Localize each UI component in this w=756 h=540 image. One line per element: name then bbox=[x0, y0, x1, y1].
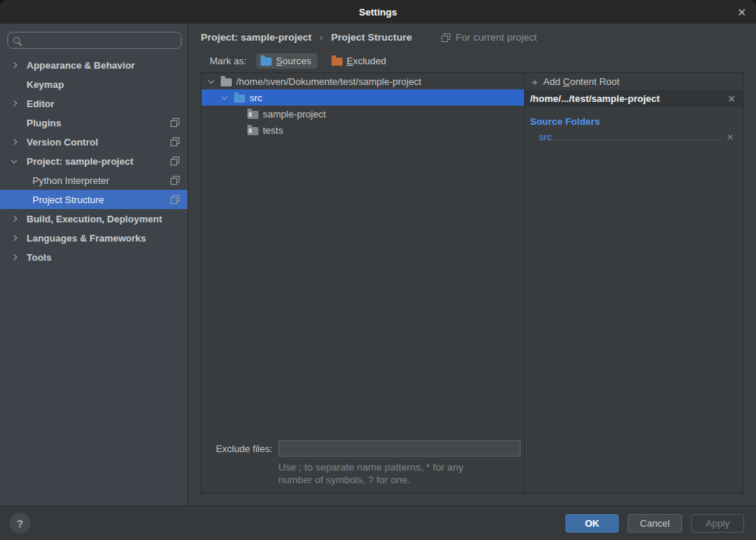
sidebar-item-plugins[interactable]: Plugins bbox=[0, 113, 188, 132]
add-content-root-button[interactable]: + Add Content Root bbox=[525, 73, 743, 90]
sidebar-item-editor[interactable]: Editor bbox=[0, 94, 188, 113]
dotted-leader bbox=[553, 140, 722, 140]
source-folders-heading: Source Folders bbox=[530, 116, 743, 127]
per-project-settings-icon bbox=[171, 176, 179, 185]
cancel-button[interactable]: Cancel bbox=[628, 514, 682, 533]
source-folder-icon bbox=[234, 95, 245, 103]
tree-item-label: /home/sven/Dokumente/test/sample-project bbox=[236, 76, 422, 87]
sidebar-item-label: Editor bbox=[27, 98, 55, 109]
exclude-hint-line2: number of symbols, ? for one. bbox=[278, 474, 524, 486]
remove-content-root-icon[interactable]: ✕ bbox=[728, 95, 735, 103]
exclude-files-label: Exclude files: bbox=[202, 443, 272, 454]
per-project-settings-icon bbox=[441, 33, 450, 42]
sources-folder-icon bbox=[261, 58, 272, 66]
sources-label: S bbox=[276, 55, 283, 66]
chevron-right-icon bbox=[11, 254, 17, 260]
mark-as-toolbar: Mark as: Sources Excluded bbox=[201, 49, 743, 72]
add-content-root-label-rest: ontent Root bbox=[570, 76, 619, 87]
close-icon[interactable]: ✕ bbox=[737, 7, 746, 18]
per-project-settings-icon bbox=[171, 118, 179, 127]
tree-row-tests[interactable]: tests bbox=[202, 122, 524, 138]
chevron-down-icon bbox=[208, 78, 214, 83]
chevron-down-icon bbox=[221, 94, 227, 100]
settings-search-input[interactable] bbox=[24, 35, 176, 46]
help-button[interactable]: ? bbox=[10, 513, 30, 533]
sidebar-item-label: Project Structure bbox=[32, 194, 104, 205]
per-project-settings-icon bbox=[171, 195, 179, 204]
add-content-root-label: Add bbox=[543, 76, 563, 87]
source-folder-entry[interactable]: src ✕ bbox=[539, 131, 734, 143]
folder-icon bbox=[247, 111, 258, 119]
content-root-entry[interactable]: /home/.../test/sample-project ✕ bbox=[525, 90, 743, 107]
content-root-props: + Add Content Root /home/.../test/sample… bbox=[525, 73, 743, 493]
sidebar-item-project-sample-project[interactable]: Project: sample-project bbox=[0, 151, 188, 171]
excluded-label-rest: xcluded bbox=[353, 55, 386, 66]
chevron-right-icon bbox=[11, 235, 17, 241]
mark-as-sources-button[interactable]: Sources bbox=[256, 53, 317, 69]
sidebar-item-label: Python Interpreter bbox=[32, 175, 109, 186]
chevron-right-icon bbox=[11, 216, 17, 222]
tree-item-label: sample-project bbox=[263, 109, 326, 120]
apply-button[interactable]: Apply bbox=[691, 514, 744, 533]
chevron-down-icon bbox=[11, 157, 17, 163]
sidebar-items: Appearance & Behavior Keymap Editor Plug… bbox=[0, 55, 188, 267]
remove-source-folder-icon[interactable]: ✕ bbox=[726, 133, 734, 142]
sidebar-item-label: Tools bbox=[27, 252, 52, 263]
sidebar-item-label: Version Control bbox=[27, 137, 98, 148]
sidebar-item-label: Project: sample-project bbox=[27, 156, 134, 167]
folder-icon bbox=[221, 78, 232, 86]
tree-item-label: tests bbox=[263, 125, 283, 136]
sidebar-item-build-execution-deployment[interactable]: Build, Execution, Deployment bbox=[0, 209, 188, 228]
dialog-title: Settings bbox=[359, 7, 396, 18]
sources-label-rest: ources bbox=[283, 55, 312, 66]
folder-icon bbox=[247, 127, 258, 135]
help-icon: ? bbox=[16, 517, 23, 530]
content-root-path: /home/.../test/sample-project bbox=[530, 93, 660, 104]
breadcrumb-separator-icon: › bbox=[320, 32, 323, 43]
sidebar-item-project-structure[interactable]: Project Structure bbox=[0, 190, 188, 209]
sidebar-item-python-interpreter[interactable]: Python Interpreter bbox=[0, 171, 188, 190]
excluded-folder-icon bbox=[331, 58, 343, 66]
chevron-right-icon bbox=[11, 139, 17, 145]
breadcrumb: Project: sample-project › Project Struct… bbox=[201, 25, 743, 49]
sidebar-item-tools[interactable]: Tools bbox=[0, 247, 188, 267]
directory-tree: /home/sven/Dokumente/test/sample-project… bbox=[202, 73, 525, 493]
source-folder-name: src bbox=[539, 131, 551, 143]
breadcrumb-project: Project: sample-project bbox=[201, 32, 312, 43]
chevron-right-icon bbox=[11, 100, 17, 106]
sidebar-item-appearance-behavior[interactable]: Appearance & Behavior bbox=[0, 55, 188, 75]
sidebar-item-label: Plugins bbox=[27, 117, 61, 129]
tree-row-src[interactable]: src bbox=[202, 89, 524, 106]
exclude-files-input[interactable] bbox=[278, 440, 520, 457]
exclude-hint-line1: Use ; to separate name patterns, * for a… bbox=[278, 461, 524, 474]
settings-sidebar: Appearance & Behavior Keymap Editor Plug… bbox=[0, 24, 188, 505]
chevron-right-icon bbox=[11, 62, 17, 68]
scope-note-label: For current project bbox=[456, 32, 537, 43]
sidebar-item-version-control[interactable]: Version Control bbox=[0, 132, 188, 151]
sidebar-item-label: Appearance & Behavior bbox=[27, 60, 135, 71]
sidebar-item-label: Keymap bbox=[27, 79, 64, 90]
exclude-files-hint: Use ; to separate name patterns, * for a… bbox=[278, 461, 524, 486]
exclude-files-section: Exclude files: Use ; to separate name pa… bbox=[202, 440, 524, 493]
project-structure-page: Project: sample-project › Project Struct… bbox=[188, 24, 756, 505]
add-content-root-label-u: C bbox=[563, 76, 570, 87]
ok-button[interactable]: OK bbox=[566, 514, 619, 533]
sidebar-item-label: Languages & Frameworks bbox=[27, 233, 146, 244]
excluded-label: E bbox=[347, 55, 354, 66]
per-project-settings-icon bbox=[171, 137, 179, 146]
settings-dialog: Settings ✕ Appearance & Behavior Keymap bbox=[0, 0, 756, 540]
dialog-body: Appearance & Behavior Keymap Editor Plug… bbox=[0, 24, 756, 505]
per-project-settings-icon bbox=[171, 157, 179, 165]
titlebar: Settings ✕ bbox=[0, 0, 756, 24]
settings-search-box[interactable] bbox=[7, 32, 182, 49]
sidebar-item-keymap[interactable]: Keymap bbox=[0, 75, 188, 94]
plus-icon: + bbox=[532, 76, 538, 87]
search-icon bbox=[13, 37, 20, 44]
tree-row-sample-project[interactable]: sample-project bbox=[202, 106, 524, 122]
tree-item-label: src bbox=[250, 92, 262, 103]
mark-as-label: Mark as: bbox=[210, 55, 247, 66]
tree-row-content-root[interactable]: /home/sven/Dokumente/test/sample-project bbox=[202, 73, 524, 89]
mark-as-excluded-button[interactable]: Excluded bbox=[327, 53, 392, 69]
sidebar-item-languages-frameworks[interactable]: Languages & Frameworks bbox=[0, 228, 188, 247]
content-roots-panel: /home/sven/Dokumente/test/sample-project… bbox=[201, 72, 743, 493]
